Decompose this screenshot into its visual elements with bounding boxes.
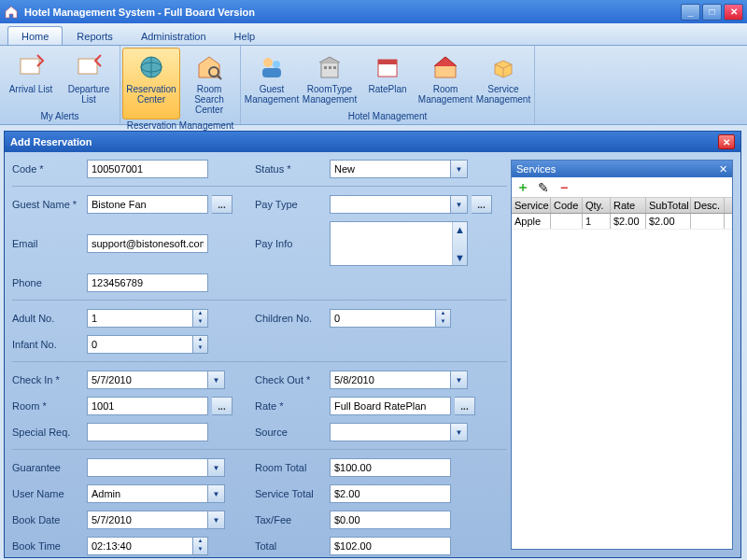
taxfee-input[interactable] bbox=[330, 511, 451, 529]
children-label: Children No. bbox=[255, 313, 330, 324]
total-label: Total bbox=[255, 540, 330, 552]
services-header-rate[interactable]: Rate bbox=[611, 198, 646, 213]
dialog-title: Add Reservation bbox=[10, 136, 92, 147]
username-dropdown-button[interactable]: ▼ bbox=[208, 484, 225, 503]
svg-rect-10 bbox=[329, 66, 331, 69]
services-header-desc[interactable]: Desc. bbox=[691, 198, 725, 213]
checkin-dropdown-button[interactable]: ▼ bbox=[208, 371, 225, 389]
rateplan-button[interactable]: RatePlan bbox=[359, 48, 416, 110]
edit-service-button[interactable]: ✎ bbox=[536, 180, 551, 195]
checkin-date[interactable]: 5/7/2010 bbox=[87, 371, 208, 389]
room-label: Room * bbox=[12, 400, 87, 412]
phone-input[interactable] bbox=[87, 273, 208, 292]
guest-input[interactable] bbox=[87, 195, 208, 214]
house-icon bbox=[430, 52, 460, 82]
status-combo[interactable]: New bbox=[330, 160, 451, 178]
guarantee-combo[interactable] bbox=[87, 458, 208, 477]
source-dropdown-button[interactable]: ▼ bbox=[451, 423, 468, 441]
services-close-button[interactable]: ✕ bbox=[719, 163, 727, 175]
checkout-date[interactable]: 5/8/2010 bbox=[330, 371, 451, 389]
building-icon bbox=[315, 52, 345, 82]
guests-icon bbox=[257, 52, 287, 82]
departure-list-icon bbox=[74, 52, 104, 82]
guest-lookup-button[interactable]: ... bbox=[212, 195, 233, 214]
services-title: Services bbox=[516, 163, 556, 175]
bookdate-date[interactable]: 5/7/2010 bbox=[87, 511, 208, 529]
roomtotal-label: Room Total bbox=[255, 462, 330, 473]
children-spinner[interactable]: ▲▼ bbox=[436, 309, 451, 328]
svg-rect-13 bbox=[378, 60, 397, 64]
app-icon bbox=[4, 5, 19, 20]
payinfo-scrollbar[interactable]: ▲▼ bbox=[452, 222, 467, 265]
status-dropdown-button[interactable]: ▼ bbox=[451, 160, 468, 178]
arrival-list-icon bbox=[16, 52, 46, 82]
children-input[interactable] bbox=[330, 309, 436, 328]
roomtype-management-button[interactable]: RoomType Management bbox=[301, 48, 359, 110]
ribbon: Arrival List Departure List My Alerts Re… bbox=[0, 46, 747, 125]
calendar-icon bbox=[373, 52, 402, 82]
services-row[interactable]: Apple 1 $2.00 $2.00 bbox=[512, 214, 732, 230]
bookdate-dropdown-button[interactable]: ▼ bbox=[208, 511, 225, 529]
checkout-dropdown-button[interactable]: ▼ bbox=[451, 371, 468, 389]
svctotal-input[interactable] bbox=[330, 484, 451, 503]
arrival-list-button[interactable]: Arrival List bbox=[2, 48, 60, 110]
adult-label: Adult No. bbox=[12, 313, 87, 324]
username-combo[interactable]: Admin bbox=[87, 484, 208, 503]
total-input[interactable] bbox=[330, 537, 451, 555]
services-header-service[interactable]: Service bbox=[512, 198, 551, 213]
tab-administration[interactable]: Administration bbox=[127, 26, 220, 45]
payinfo-textarea[interactable]: ▲▼ bbox=[330, 221, 468, 266]
room-input[interactable] bbox=[87, 397, 208, 415]
reservation-center-button[interactable]: Reservation Center bbox=[122, 48, 180, 119]
room-management-button[interactable]: Room Management bbox=[416, 48, 474, 110]
services-header-code[interactable]: Code bbox=[551, 198, 583, 213]
infant-label: Infant No. bbox=[12, 339, 87, 350]
service-management-button[interactable]: Service Management bbox=[474, 48, 532, 110]
roomtotal-input[interactable] bbox=[330, 458, 451, 477]
paytype-combo[interactable] bbox=[330, 195, 451, 214]
guest-management-button[interactable]: Guest Management bbox=[243, 48, 301, 110]
code-input[interactable] bbox=[87, 160, 208, 178]
maximize-button[interactable]: □ bbox=[702, 4, 722, 21]
add-reservation-dialog: Add Reservation ✕ Code * Status * New▼ G… bbox=[4, 131, 741, 558]
email-input[interactable] bbox=[87, 234, 208, 253]
guarantee-dropdown-button[interactable]: ▼ bbox=[208, 458, 225, 477]
minimize-button[interactable]: _ bbox=[681, 4, 700, 21]
departure-list-button[interactable]: Departure List bbox=[60, 48, 118, 110]
username-label: User Name bbox=[12, 488, 87, 499]
room-search-center-button[interactable]: Room Search Center bbox=[180, 48, 238, 119]
taxfee-label: Tax/Fee bbox=[255, 514, 330, 525]
rate-input[interactable] bbox=[330, 397, 451, 415]
special-label: Special Req. bbox=[12, 427, 87, 438]
infant-spinner[interactable]: ▲▼ bbox=[193, 335, 208, 354]
infant-input[interactable] bbox=[87, 335, 193, 354]
booktime-input[interactable] bbox=[87, 537, 193, 555]
tab-home[interactable]: Home bbox=[7, 26, 63, 45]
dialog-close-button[interactable]: ✕ bbox=[718, 134, 735, 149]
services-titlebar: Services ✕ bbox=[512, 161, 732, 177]
rate-label: Rate * bbox=[255, 400, 330, 412]
add-service-button[interactable]: ＋ bbox=[515, 180, 530, 195]
rate-lookup-button[interactable]: ... bbox=[455, 397, 475, 415]
svg-point-5 bbox=[263, 58, 273, 67]
booktime-spinner[interactable]: ▲▼ bbox=[193, 537, 208, 555]
tab-reports[interactable]: Reports bbox=[63, 26, 127, 45]
close-button[interactable]: ✕ bbox=[724, 4, 743, 21]
svctotal-label: Service Total bbox=[255, 488, 330, 499]
room-lookup-button[interactable]: ... bbox=[212, 397, 233, 415]
svg-rect-11 bbox=[333, 66, 336, 69]
adult-spinner[interactable]: ▲▼ bbox=[193, 309, 208, 328]
status-label: Status * bbox=[255, 163, 330, 175]
services-header-qty[interactable]: Qty. bbox=[583, 198, 611, 213]
adult-input[interactable] bbox=[87, 309, 193, 328]
source-combo[interactable] bbox=[330, 423, 451, 441]
checkout-label: Check Out * bbox=[255, 374, 330, 385]
tab-help[interactable]: Help bbox=[220, 26, 270, 45]
paytype-lookup-button[interactable]: ... bbox=[472, 195, 492, 214]
remove-service-button[interactable]: − bbox=[557, 180, 571, 195]
services-header-subtotal[interactable]: SubTotal bbox=[646, 198, 691, 213]
paytype-dropdown-button[interactable]: ▼ bbox=[451, 195, 468, 214]
hotel-mgmt-group-label: Hotel Management bbox=[243, 110, 532, 122]
room-search-icon bbox=[194, 52, 224, 82]
special-input[interactable] bbox=[87, 423, 208, 441]
